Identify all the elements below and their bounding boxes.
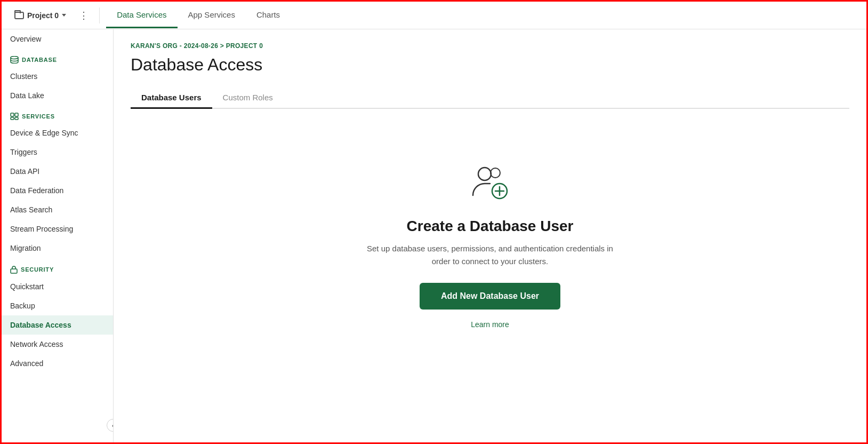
nav-tab-data-services[interactable]: Data Services	[106, 3, 177, 28]
empty-state-description: Set up database users, permissions, and …	[357, 242, 623, 268]
main-layout: Overview DATABASE Clusters Data Lake	[2, 29, 866, 442]
tab-custom-roles[interactable]: Custom Roles	[212, 88, 284, 109]
breadcrumb-separator1: -	[180, 42, 184, 50]
database-icon	[10, 56, 19, 64]
sidebar-item-atlas-search[interactable]: Atlas Search	[2, 200, 113, 219]
sidebar-item-network-access[interactable]: Network Access	[2, 335, 113, 354]
svg-rect-2	[15, 113, 18, 116]
svg-point-0	[11, 57, 18, 59]
chevron-down-icon	[62, 14, 66, 17]
breadcrumb-date[interactable]: 2024-08-26	[184, 42, 218, 50]
nav-tab-app-services[interactable]: App Services	[178, 3, 246, 28]
sidebar-item-database-access[interactable]: Database Access	[2, 315, 113, 335]
learn-more-link[interactable]: Learn more	[471, 320, 509, 329]
sidebar-item-clusters[interactable]: Clusters	[2, 67, 113, 86]
tab-database-users[interactable]: Database Users	[131, 88, 212, 109]
svg-point-6	[478, 168, 491, 180]
sidebar-item-data-federation[interactable]: Data Federation	[2, 181, 113, 200]
sidebar-item-stream-processing[interactable]: Stream Processing	[2, 219, 113, 239]
folder-icon	[14, 12, 24, 19]
empty-state-title: Create a Database User	[407, 218, 574, 235]
sidebar-item-overview[interactable]: Overview	[2, 29, 113, 49]
sidebar-section-database: DATABASE	[2, 49, 113, 67]
nav-divider	[99, 7, 100, 23]
svg-rect-5	[11, 269, 17, 273]
nav-tab-charts[interactable]: Charts	[246, 3, 291, 28]
breadcrumb: KARAN'S ORG - 2024-08-26 > PROJECT 0	[131, 42, 849, 50]
content-tabs: Database Users Custom Roles	[131, 88, 849, 109]
sidebar-item-advanced[interactable]: Advanced	[2, 354, 113, 373]
add-new-database-user-button[interactable]: Add New Database User	[420, 283, 560, 310]
sidebar-section-security: SECURITY	[2, 258, 113, 277]
lock-icon	[10, 265, 18, 274]
sidebar: Overview DATABASE Clusters Data Lake	[2, 29, 114, 442]
svg-rect-1	[11, 113, 14, 116]
empty-state: Create a Database User Set up database u…	[131, 130, 849, 361]
project-name: Project 0	[27, 11, 59, 20]
breadcrumb-arrow: >	[220, 42, 226, 50]
sidebar-item-migration[interactable]: Migration	[2, 239, 113, 258]
svg-rect-4	[15, 117, 18, 120]
sidebar-item-data-api[interactable]: Data API	[2, 162, 113, 181]
services-icon	[10, 113, 19, 120]
sidebar-item-data-lake[interactable]: Data Lake	[2, 86, 113, 105]
breadcrumb-project[interactable]: PROJECT 0	[226, 42, 263, 50]
svg-rect-3	[11, 117, 14, 120]
sidebar-item-backup[interactable]: Backup	[2, 296, 113, 315]
nav-tabs: Data Services App Services Charts	[106, 3, 291, 28]
project-selector[interactable]: Project 0	[10, 9, 70, 22]
sidebar-collapse-button[interactable]	[107, 419, 114, 432]
more-options-icon[interactable]: ⋮	[75, 7, 93, 23]
main-content: KARAN'S ORG - 2024-08-26 > PROJECT 0 Dat…	[114, 29, 866, 442]
sidebar-item-device-edge-sync[interactable]: Device & Edge Sync	[2, 123, 113, 142]
page-title: Database Access	[131, 55, 849, 75]
sidebar-section-services: SERVICES	[2, 105, 113, 123]
sidebar-item-triggers[interactable]: Triggers	[2, 142, 113, 162]
breadcrumb-org[interactable]: KARAN'S ORG	[131, 42, 178, 50]
top-navigation: Project 0 ⋮ Data Services App Services C…	[2, 2, 866, 29]
add-user-illustration	[469, 162, 511, 205]
svg-point-7	[491, 168, 500, 178]
sidebar-item-quickstart[interactable]: Quickstart	[2, 277, 113, 296]
